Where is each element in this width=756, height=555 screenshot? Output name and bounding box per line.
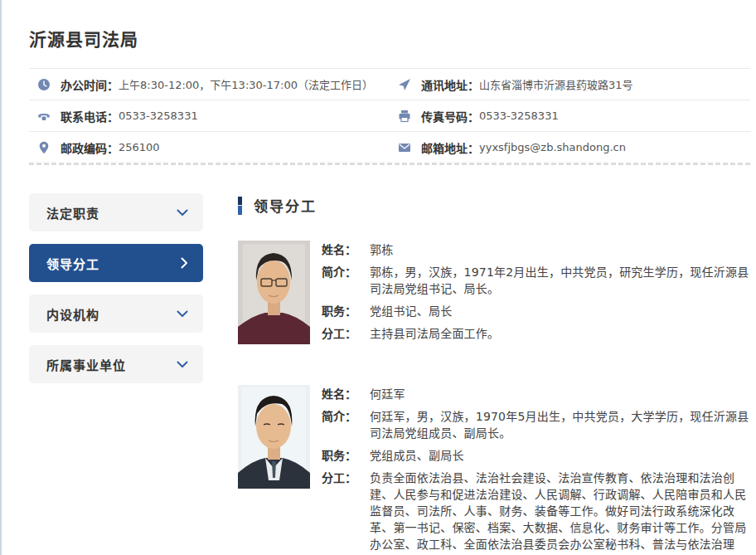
contact-row-fax: 传真号码： 0533-3258331 [390,100,750,131]
contact-label: 通讯地址： [421,76,479,93]
section-title: 领导分工 [254,195,317,216]
position-label: 职务： [322,447,370,464]
contact-label: 邮箱地址： [421,139,479,156]
sidebar-item-label: 所属事业单位 [46,356,126,373]
leader-portrait-photo [238,385,310,489]
leader-position: 党组成员、副局长 [370,447,750,464]
contact-value: yyxsfjbgs@zb.shandong.cn [479,141,626,153]
sidebar-item-label: 内设机构 [46,305,99,323]
contact-label: 联系电话： [61,108,119,124]
mail-icon [398,141,411,154]
sidebar-item-legal-duties[interactable]: 法定职责 [29,193,203,231]
bio-label: 简介： [322,264,370,297]
contact-info-table: 办公时间： 上午8:30-12:00，下午13:30-17:00（法定工作日） … [29,68,750,165]
leader-card: 姓名： 郭栋 简介： 郭栋，男，汉族，1971年2月出生，中共党员，研究生学历，… [238,241,750,348]
leader-bio-row: 简介： 郭栋，男，汉族，1971年2月出生，中共党员，研究生学历，现任沂源县司法… [322,264,750,297]
leader-name-row: 姓名： 何廷军 [322,386,750,402]
leader-duty: 负责全面依法治县、法治社会建设、法治宣传教育、依法治理和法治创建、人民参与和促进… [370,470,750,555]
leader-bio: 郭栋，男，汉族，1971年2月出生，中共党员，研究生学历，现任沂源县司法局党组书… [370,264,750,297]
name-label: 姓名： [322,386,370,402]
chevron-down-icon [177,310,188,318]
sidebar-item-leadership[interactable]: 领导分工 [29,244,203,282]
contact-line: 邮政编码： 256100 邮箱地址： yyxsfjbgs@zb.shandong… [29,132,750,163]
name-label: 姓名： [322,241,370,258]
leader-position-row: 职务： 党组书记、局长 [322,303,750,319]
chevron-down-icon [177,209,188,217]
section-header: 领导分工 [238,195,750,216]
sidebar: 法定职责 领导分工 内设机构 所属事业单位 [29,193,203,555]
content-layout: 法定职责 领导分工 内设机构 所属事业单位 [29,193,750,555]
leader-info: 姓名： 何廷军 简介： 何廷军，男，汉族，1970年5月出生，中共党员，大学学历… [322,385,750,555]
page: 沂源县司法局 办公时间： 上午8:30-12:00，下午13:30-17:00（… [2,0,756,555]
leader-name-row: 姓名： 郭栋 [322,241,750,258]
main-content: 领导分工 姓名 [238,193,750,555]
chevron-down-icon [177,361,188,368]
contact-value: 256100 [119,141,160,153]
leader-duty: 主持县司法局全面工作。 [370,325,750,342]
contact-value: 0533-3258331 [479,110,559,122]
contact-value: 山东省淄博市沂源县药玻路31号 [479,76,633,92]
fax-icon [398,110,411,123]
clock-icon [37,78,51,91]
leader-position: 党组书记、局长 [370,303,750,319]
bio-label: 简介： [322,408,370,441]
leader-duty-row: 分工： 负责全面依法治县、法治社会建设、法治宣传教育、依法治理和法治创建、人民参… [322,470,750,555]
navigation-icon [398,78,411,91]
page-title: 沂源县司法局 [29,0,750,51]
sidebar-item-label: 领导分工 [46,255,99,272]
sidebar-item-internal-orgs[interactable]: 内设机构 [29,295,203,333]
leader-position-row: 职务： 党组成员、副局长 [322,447,750,464]
leader-bio: 何廷军，男，汉族，1970年5月出生，中共党员，大学学历，现任沂源县司法局党组成… [370,408,750,441]
location-icon [37,141,51,154]
contact-row-postcode: 邮政编码： 256100 [29,132,390,163]
leader-duty-row: 分工： 主持县司法局全面工作。 [322,325,750,342]
contact-label: 邮政编码： [61,139,119,156]
contact-row-office-hours: 办公时间： 上午8:30-12:00，下午13:30-17:00（法定工作日） [29,69,390,100]
section-bar-icon [238,197,242,215]
contact-line: 联系电话： 0533-3258331 传真号码： 0533-3258331 [29,100,750,132]
contact-label: 办公时间： [61,76,119,93]
position-label: 职务： [322,303,370,319]
duty-label: 分工： [322,325,370,342]
chevron-right-icon [181,257,188,269]
duty-label: 分工： [322,470,370,555]
contact-value: 0533-3258331 [119,110,198,122]
contact-line: 办公时间： 上午8:30-12:00，下午13:30-17:00（法定工作日） … [29,69,750,100]
contact-value: 上午8:30-12:00，下午13:30-17:00（法定工作日） [119,76,373,92]
leader-name: 郭栋 [370,241,750,258]
leader-portrait-photo [238,241,310,344]
sidebar-item-affiliated-units[interactable]: 所属事业单位 [29,345,203,383]
contact-row-address: 通讯地址： 山东省淄博市沂源县药玻路31号 [390,69,750,100]
contact-label: 传真号码： [421,108,479,124]
contact-row-phone: 联系电话： 0533-3258331 [29,100,390,131]
phone-icon [37,110,51,123]
leader-name: 何廷军 [370,386,750,402]
sidebar-item-label: 法定职责 [46,204,99,222]
leader-card: 姓名： 何廷军 简介： 何廷军，男，汉族，1970年5月出生，中共党员，大学学历… [238,385,750,555]
contact-row-email: 邮箱地址： yyxsfjbgs@zb.shandong.cn [390,132,750,163]
leader-bio-row: 简介： 何廷军，男，汉族，1970年5月出生，中共党员，大学学历，现任沂源县司法… [322,408,750,441]
leader-info: 姓名： 郭栋 简介： 郭栋，男，汉族，1971年2月出生，中共党员，研究生学历，… [322,241,750,348]
